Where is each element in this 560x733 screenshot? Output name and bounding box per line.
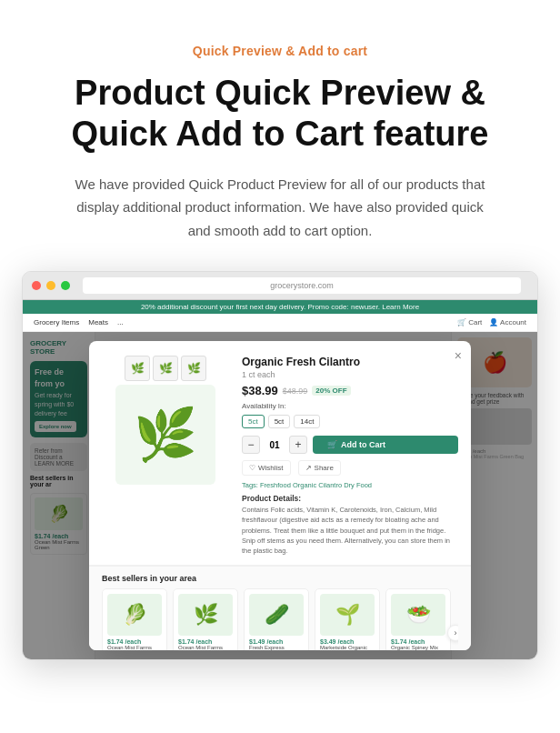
modal-prod-name-1: Ocean Mist Farms Green Leaf Lettuce <box>107 645 162 650</box>
browser-dot-maximize[interactable] <box>61 281 70 290</box>
screenshot-wrapper: grocerystore.com 20% additional discount… <box>0 271 560 682</box>
modal-prod-img-2: 🌿 <box>178 594 233 636</box>
modal-close-button[interactable]: × <box>455 348 462 363</box>
store-nav-left: Grocery Items Meats ... <box>34 318 124 326</box>
modal-discount-badge: 20% OFF <box>312 386 350 396</box>
scroll-right-arrow[interactable]: › <box>447 625 458 641</box>
browser-chrome: grocerystore.com <box>23 272 537 300</box>
modal-product-section: 🌿 🌿 🌿 🌿 Organic Fresh Cilantro 1 ct each <box>89 341 471 566</box>
browser-dot-close[interactable] <box>32 281 41 290</box>
product-modal: × 🌿 🌿 🌿 🌿 <box>89 341 471 650</box>
modal-product-list: 🥬 $1.74 /each Ocean Mist Farms Green Lea… <box>102 588 458 650</box>
modal-prod-img-1: 🥬 <box>107 594 162 636</box>
main-title: Product Quick Preview & Quick Add to Car… <box>55 73 505 155</box>
modal-price: $38.99 <box>242 384 278 397</box>
store-nav: Grocery Items Meats ... 🛒 Cart 👤 Account <box>23 314 537 332</box>
modal-size-options: 5ct 5ct 14ct <box>242 415 458 428</box>
modal-quantity-row: − 01 + 🛒 Add to Cart <box>242 436 458 454</box>
tag-dryfood[interactable]: Dry Food <box>344 481 372 489</box>
thumbnail-1[interactable]: 🌿 <box>125 356 150 381</box>
modal-prod-img-3: 🥒 <box>249 594 304 636</box>
browser-url-bar[interactable]: grocerystore.com <box>83 277 521 294</box>
quantity-increase-button[interactable]: + <box>289 436 307 454</box>
list-item: 🥗 $1.74 /each Organic Spiney Mix 16 oz c… <box>385 588 451 650</box>
list-item: 🥬 $1.74 /each Ocean Mist Farms Green Lea… <box>102 588 167 650</box>
share-button[interactable]: ↗ Share <box>298 460 341 476</box>
modal-product-sub: 1 ct each <box>242 370 458 379</box>
browser-window: grocerystore.com 20% additional discount… <box>22 271 538 660</box>
modal-prod-name-3: Fresh Express Iceberg Garden Salad Blend <box>249 645 304 650</box>
share-icon: ↗ <box>305 464 312 472</box>
cart-icon: 🛒 <box>327 440 337 449</box>
tag-freshfood[interactable]: Freshfood <box>260 481 291 489</box>
size-option-1[interactable]: 5ct <box>242 415 265 428</box>
modal-prod-price-2: $1.74 /each <box>178 638 233 645</box>
modal-prod-price-3: $1.49 /each <box>249 638 304 645</box>
nav-more[interactable]: ... <box>117 318 124 326</box>
tag-organic[interactable]: Organic <box>293 481 316 489</box>
nav-grocery[interactable]: Grocery Items <box>34 318 79 326</box>
modal-prod-name-2: Ocean Mist Farms Green Leaf Lettuce <box>178 645 233 650</box>
product-main-image: 🌿 <box>115 385 215 485</box>
modal-image-area: 🌿 🌿 🌿 🌿 <box>102 356 229 556</box>
modal-price-row: $38.99 $48.99 20% OFF <box>242 384 458 397</box>
tag-cilantro[interactable]: Cilantro <box>318 481 342 489</box>
nav-account[interactable]: 👤 Account <box>489 318 526 326</box>
list-item: 🌱 $3.49 /each Marketside Organic Spring … <box>315 588 380 650</box>
wishlist-button[interactable]: ♡ Wishlist <box>242 460 291 476</box>
thumbnail-2[interactable]: 🌿 <box>153 356 178 381</box>
nav-meats[interactable]: Meats <box>88 318 108 326</box>
modal-bottom-section: Best sellers in your area 🥬 $1.74 /each … <box>89 566 471 650</box>
modal-overlay: × 🌿 🌿 🌿 🌿 <box>23 332 537 659</box>
quantity-decrease-button[interactable]: − <box>242 436 260 454</box>
feature-label: Quick Preview & Add to cart <box>55 44 505 58</box>
size-option-2[interactable]: 5ct <box>268 415 291 428</box>
modal-prod-img-4: 🌱 <box>320 594 375 636</box>
modal-prod-img-5: 🥗 <box>391 594 445 636</box>
nav-cart[interactable]: 🛒 Cart <box>457 318 482 326</box>
modal-prod-price-5: $1.74 /each <box>391 638 445 645</box>
modal-prod-price-1: $1.74 /each <box>107 638 162 645</box>
store-nav-right: 🛒 Cart 👤 Account <box>457 318 526 326</box>
modal-product-title: Organic Fresh Cilantro <box>242 356 458 368</box>
heart-icon: ♡ <box>249 464 255 472</box>
header-section: Quick Preview & Add to cart Product Quic… <box>0 0 560 271</box>
description-text: We have provided Quick Product Preview f… <box>71 173 489 243</box>
add-to-cart-button[interactable]: 🛒 Add to Cart <box>313 436 458 454</box>
store-body: GROCERY STORE Free de from yo Get ready … <box>23 332 537 659</box>
browser-dot-minimize[interactable] <box>46 281 55 290</box>
list-item: 🥒 $1.49 /each Fresh Express Iceberg Gard… <box>244 588 309 650</box>
modal-availability: Availability In: <box>242 402 458 410</box>
modal-info-section: Organic Fresh Cilantro 1 ct each $38.99 … <box>242 356 458 556</box>
thumbnail-row: 🌿 🌿 🌿 <box>125 356 206 381</box>
modal-prod-price-4: $3.49 /each <box>320 638 375 645</box>
quantity-value: 01 <box>265 440 284 450</box>
store-top-bar: 20% additional discount your first next … <box>23 300 537 314</box>
best-sellers-title: Best sellers in your area <box>102 574 458 583</box>
list-item: 🌿 $1.74 /each Ocean Mist Farms Green Lea… <box>173 588 238 650</box>
modal-prod-name-4: Marketside Organic Spring Mix <box>320 645 375 650</box>
size-option-3[interactable]: 14ct <box>294 415 320 428</box>
modal-prod-name-5: Organic Spiney Mix <box>391 645 445 650</box>
modal-action-row: ♡ Wishlist ↗ Share <box>242 460 458 476</box>
modal-tags: Tags: Freshfood Organic Cilantro Dry Foo… <box>242 481 458 489</box>
promo-bar-text: 20% additional discount your first next … <box>141 303 419 311</box>
thumbnail-3[interactable]: 🌿 <box>181 356 206 381</box>
product-details-title: Product Details: <box>242 494 458 503</box>
product-details-text: Contains Folic acids, Vitamin K, Caroten… <box>242 505 458 556</box>
modal-price-old: $48.99 <box>283 387 308 396</box>
